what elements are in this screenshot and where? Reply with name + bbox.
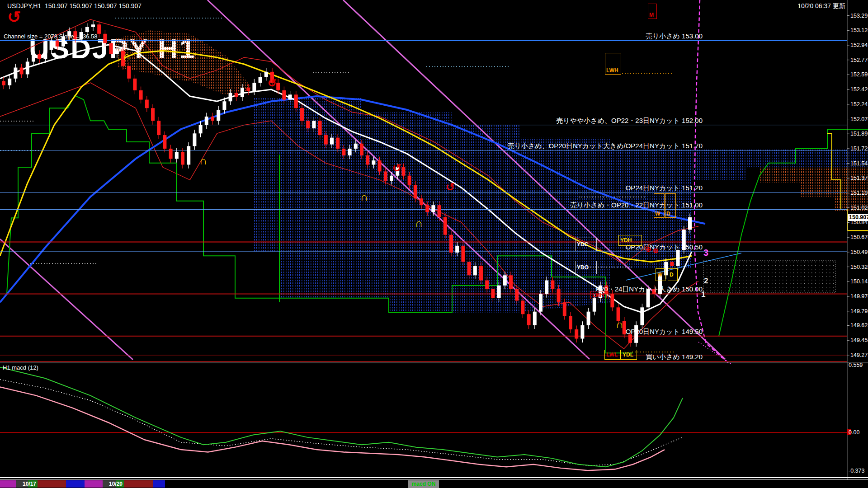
timeline-segment <box>66 480 85 488</box>
timeline-segment <box>85 480 103 488</box>
symbol-ohlc-line: USDJPY,H1 150.907 150.907 150.907 150.90… <box>7 2 142 9</box>
chart-canvas[interactable]: 153.295153.120152.945152.770152.595152.4… <box>0 0 868 488</box>
macd-indicator-label: H1 macd (12) <box>3 364 38 371</box>
timeline-segment <box>0 480 16 488</box>
current-price-badge: 150.907 <box>848 214 868 221</box>
channel-info-text: Channel size = 2078 Slope = -36.58 <box>4 33 97 40</box>
timeline-date-label: 10/17 <box>23 481 36 487</box>
timeline-segment <box>153 480 165 488</box>
dotted-projection-box <box>703 260 835 293</box>
last-updated-text: 10/20 06:37 更新 <box>797 2 845 10</box>
parabolic-curve <box>694 0 728 362</box>
timeline-segment <box>123 480 153 488</box>
price-axis[interactable] <box>848 0 868 488</box>
timeline-date-label: 10/20 <box>109 481 123 487</box>
macd-toggle-button[interactable]: macd ON <box>408 480 439 488</box>
timeline-segment <box>38 480 66 488</box>
trading-chart-window: USDJPY H1 153.295153.120152.945152.77015… <box>0 0 868 488</box>
